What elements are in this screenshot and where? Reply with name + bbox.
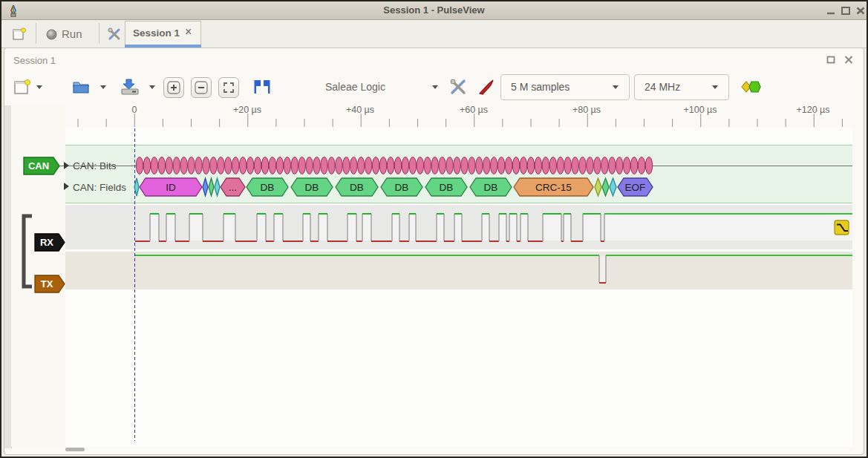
maximize-button[interactable] — [841, 6, 851, 16]
samples-select-chevron-icon — [613, 85, 619, 89]
run-button[interactable]: Run — [41, 24, 96, 45]
probe-icon — [477, 78, 495, 96]
save-icon — [120, 78, 140, 96]
samples-select[interactable]: 5 M samples — [500, 74, 630, 100]
samplerate-select-value: 24 MHz — [645, 81, 680, 93]
tab-label: Session 1 — [133, 27, 180, 39]
label-gutter — [11, 105, 65, 447]
zoom-out-button[interactable] — [191, 77, 212, 98]
samplerate-select-chevron-icon — [712, 85, 718, 89]
open-folder-icon — [71, 78, 91, 96]
expand-arrow-icon[interactable] — [64, 183, 69, 190]
titlebar: Session 1 - PulseView — [1, 1, 867, 20]
tx-row-background — [65, 252, 852, 289]
device-config-tools-icon — [449, 78, 467, 96]
rx-row-background — [65, 205, 852, 249]
save-file-dropdown-icon[interactable] — [149, 85, 155, 89]
channels-probe-button[interactable] — [477, 77, 496, 96]
cursors-flags-icon — [251, 78, 273, 96]
samplerate-select[interactable]: 24 MHz — [634, 74, 729, 100]
window-title: Session 1 - PulseView — [1, 1, 867, 19]
device-select-label: Saleae Logic — [325, 81, 385, 93]
new-session-icon — [13, 27, 27, 41]
device-config-button[interactable] — [448, 77, 469, 96]
zoom-in-button[interactable] — [163, 77, 184, 98]
decoder-icon — [740, 79, 762, 95]
decoder-row-fields-label[interactable]: CAN: Fields — [73, 182, 126, 193]
add-decoder-button[interactable] — [740, 77, 763, 96]
tab-close-icon[interactable]: × — [185, 25, 192, 39]
samples-select-value: 5 M samples — [511, 81, 570, 93]
horizontal-scrollbar-thumb[interactable] — [65, 448, 85, 451]
new-session-button[interactable] — [7, 24, 31, 45]
tools-icon — [107, 27, 122, 42]
zoom-out-icon — [195, 81, 208, 94]
zoom-fit-icon — [222, 81, 235, 94]
decoder-row-bits-label[interactable]: CAN: Bits — [73, 160, 117, 171]
minimize-button[interactable] — [826, 6, 836, 16]
toolbar-separator — [36, 23, 36, 44]
show-cursors-button[interactable] — [251, 78, 273, 97]
run-led-icon — [46, 29, 57, 40]
save-file-button[interactable] — [119, 76, 140, 97]
session-close-button[interactable] — [843, 55, 854, 65]
run-button-label: Run — [62, 27, 82, 40]
new-file-dropdown-icon[interactable] — [36, 85, 42, 89]
settings-button[interactable] — [103, 24, 125, 45]
pulseview-window: Session 1 - PulseView Run Session 1 × — [0, 0, 868, 458]
tab-session-1[interactable]: Session 1 × — [125, 21, 201, 46]
session-window-title: Session 1 — [13, 55, 56, 66]
session-restore-button[interactable] — [826, 55, 836, 65]
device-select[interactable]: Saleae Logic — [319, 76, 444, 98]
open-file-dropdown-icon[interactable] — [100, 85, 106, 89]
expand-arrow-icon[interactable] — [64, 162, 69, 169]
close-button[interactable] — [855, 6, 866, 16]
new-file-button[interactable] — [12, 76, 33, 97]
zoom-in-icon — [167, 81, 180, 94]
toolbar-separator — [99, 23, 99, 44]
zoom-fit-button[interactable] — [218, 77, 239, 98]
new-file-icon — [13, 78, 31, 96]
device-select-chevron-icon — [432, 85, 438, 89]
open-file-button[interactable] — [70, 76, 91, 97]
decoder-row-background — [65, 145, 852, 203]
